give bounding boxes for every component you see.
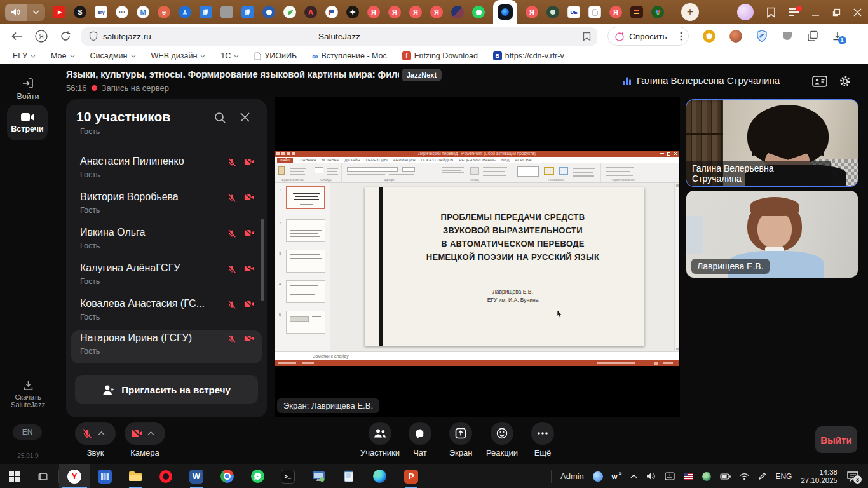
mascot-green-tab-icon[interactable]: [546, 6, 559, 18]
participant-row[interactable]: Ивкина Ольга Гость: [71, 225, 262, 258]
bookmark-folder-webdesign[interactable]: WEB дизайн: [151, 51, 206, 60]
new-tab-button[interactable]: +: [681, 3, 699, 21]
yandex-tab-icon-3[interactable]: Я: [409, 6, 422, 18]
bookmark-folder-egu[interactable]: ЕГУ: [13, 51, 36, 60]
taskbar-word[interactable]: W: [181, 464, 212, 488]
m-blue-tab-icon[interactable]: M: [137, 6, 149, 18]
files-blue-tab-icon[interactable]: [200, 6, 212, 18]
bookmark-star-icon[interactable]: [583, 32, 591, 41]
editor-extension-icon[interactable]: [729, 30, 742, 43]
tab-chevron-down-icon[interactable]: [27, 4, 45, 21]
bookmarks-panel-icon[interactable]: [766, 7, 776, 18]
taskbar-user-label[interactable]: Admin: [560, 471, 584, 481]
sound-control[interactable]: [75, 422, 116, 445]
taskbar-clock[interactable]: 14:38 27.10.2025: [801, 468, 837, 485]
yandex-tab-icon-4[interactable]: Я: [430, 6, 443, 18]
vpn-extension-icon[interactable]: [756, 30, 768, 43]
language-toggle[interactable]: EN: [13, 424, 42, 440]
disabled-shield-extension-icon[interactable]: [782, 32, 793, 41]
camera-off-icon[interactable]: [131, 429, 142, 438]
camera-control[interactable]: [125, 422, 165, 445]
leaf-green-tab-icon[interactable]: [283, 6, 296, 18]
chat-button[interactable]: [409, 422, 431, 445]
participant-row-highlighted[interactable]: Натарова Ирина (ГСГУ) Гость: [71, 330, 262, 363]
taskbar-opera[interactable]: [151, 464, 181, 488]
participants-scrollbar[interactable]: [261, 219, 264, 301]
start-button[interactable]: [0, 464, 28, 488]
refresh-icon[interactable]: [60, 30, 71, 42]
tabs-extension-icon[interactable]: [807, 30, 818, 42]
browser-menu-icon[interactable]: [789, 8, 799, 16]
tray-chevron-up-icon[interactable]: [630, 474, 637, 478]
keyboard-language-indicator[interactable]: ENG: [775, 472, 792, 481]
bookmark-uioib[interactable]: УИОиИБ: [254, 51, 297, 60]
us-flag-icon[interactable]: [684, 473, 693, 480]
a-red-tab-icon[interactable]: A: [304, 6, 317, 18]
gray-square-tab-icon[interactable]: [220, 6, 233, 18]
market-tab-icon[interactable]: [630, 6, 643, 18]
taskbar-notepad[interactable]: [334, 464, 364, 488]
taskbar-file-explorer[interactable]: [120, 464, 151, 488]
pen-icon[interactable]: [758, 472, 766, 480]
e-orange-tab-icon[interactable]: e: [158, 6, 170, 18]
bookmark-folder-moe[interactable]: Мое: [51, 51, 74, 60]
university-crest-tab-icon[interactable]: вгу: [95, 6, 107, 18]
ue-logo-tab-icon[interactable]: UE: [567, 6, 580, 18]
yandex-tab-icon-5[interactable]: Я: [526, 6, 538, 18]
yandex-tab-icon-2[interactable]: Я: [388, 6, 401, 18]
ask-menu-dots-icon[interactable]: [674, 32, 688, 41]
whatsapp-tab-icon[interactable]: [472, 6, 485, 18]
bookmark-folder-sysadmin[interactable]: Сисадмин: [90, 51, 136, 60]
participant-row[interactable]: Калугина АлёнаГСГУ Гость: [71, 261, 262, 294]
screen-share-button[interactable]: [449, 422, 472, 445]
camera-chevron-up-icon[interactable]: [147, 431, 154, 436]
participant-row-partial[interactable]: Гость: [71, 127, 262, 137]
participant-row[interactable]: Виктория Воробьева Гость: [71, 189, 262, 222]
close-panel-icon[interactable]: [240, 112, 250, 123]
address-bar[interactable]: salutejazz.ru SaluteJazz: [81, 27, 597, 46]
bookmark-cdn-rtr[interactable]: Bhttps://cdn-v.rtr-v: [493, 51, 564, 60]
settings-gear-icon[interactable]: [839, 75, 851, 88]
yandex-tab-icon-1[interactable]: Я: [367, 6, 380, 18]
action-center-icon[interactable]: 3: [846, 471, 859, 482]
taskbar-whatsapp[interactable]: [242, 464, 273, 488]
audio-tab-control[interactable]: [5, 4, 45, 21]
taskbar-powerpoint[interactable]: P: [396, 464, 426, 488]
invite-button[interactable]: Пригласить на встречу: [75, 375, 258, 404]
downloads-icon[interactable]: 1: [832, 31, 843, 42]
browser-home-icon[interactable]: Я: [34, 29, 48, 43]
sphere-tab-icon[interactable]: [451, 6, 464, 18]
bookmark-vstuplenie[interactable]: ∞Вступление - Мос: [312, 51, 387, 61]
bookmark-fritzing[interactable]: fFritzing Download: [402, 51, 478, 60]
participant-row[interactable]: Ковалева Анастасия (ГС... Гость: [71, 296, 262, 329]
contact-card-icon[interactable]: [812, 76, 827, 87]
search-icon[interactable]: [214, 112, 226, 124]
sidebar-meetings[interactable]: Встречи: [7, 105, 48, 140]
task-view-button[interactable]: [28, 464, 58, 488]
window-close-button[interactable]: [853, 8, 862, 17]
files-blue-tab-icon-2[interactable]: [241, 6, 254, 18]
flag-blue-tab-icon[interactable]: [325, 6, 338, 18]
taskbar-chrome[interactable]: [212, 464, 242, 488]
taskbar-yandex-browser[interactable]: Y: [59, 464, 90, 488]
adguard-extension-icon[interactable]: [703, 30, 715, 43]
touch-keyboard-icon[interactable]: [665, 472, 675, 480]
taskbar-edge[interactable]: [364, 464, 395, 488]
white-circle-tab-icon[interactable]: ПЛ: [116, 6, 128, 18]
flask-blue-tab-icon[interactable]: [179, 6, 191, 18]
bookmark-folder-1c[interactable]: 1С: [220, 51, 239, 60]
taskbar-winrar[interactable]: [90, 464, 120, 488]
wifi-icon[interactable]: [740, 473, 749, 480]
youtube-tab-icon[interactable]: [53, 6, 65, 18]
network-globe-icon[interactable]: [702, 472, 711, 481]
video-tile-active-speaker[interactable]: Галина Велерьевна Стручалина: [686, 100, 858, 186]
star-black-tab-icon[interactable]: [346, 6, 359, 18]
speaker-icon[interactable]: [5, 4, 27, 21]
download-app[interactable]: Скачать SaluteJazz: [0, 380, 56, 409]
volume-icon[interactable]: [646, 472, 656, 480]
club-badge-tab-icon[interactable]: [262, 6, 275, 18]
taskbar-system-tool[interactable]: [303, 464, 334, 488]
leave-button[interactable]: Выйти: [815, 426, 857, 453]
s-dark-tab-icon[interactable]: S: [74, 6, 86, 18]
window-minimize-button[interactable]: [811, 8, 820, 17]
